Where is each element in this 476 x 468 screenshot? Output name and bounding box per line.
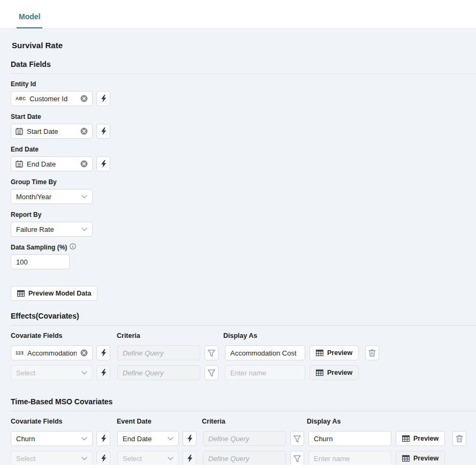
report-by-select[interactable]: Failure Rate xyxy=(11,222,93,237)
data-sampling-input[interactable] xyxy=(11,254,70,269)
lightning-icon xyxy=(101,369,107,376)
preview-button[interactable]: Preview xyxy=(396,431,445,446)
filter-button[interactable] xyxy=(205,345,218,360)
criteria-input[interactable] xyxy=(203,451,286,465)
col-covariate-fields: Covariate Fields xyxy=(11,332,117,339)
end-date-suggest-button[interactable] xyxy=(96,156,110,171)
display-as-input[interactable] xyxy=(308,431,391,446)
end-date-label: End Date xyxy=(11,146,476,153)
chevron-down-icon xyxy=(81,371,87,375)
clear-icon[interactable] xyxy=(80,95,88,102)
col-criteria: Criteria xyxy=(202,418,307,425)
lightning-icon xyxy=(101,127,107,135)
start-date-group: Start Date Start Date xyxy=(11,113,476,139)
end-date-value: End Date xyxy=(27,160,77,168)
col-covariate-fields: Covariate Fields xyxy=(11,418,117,425)
table-icon xyxy=(316,350,323,356)
covariate-field[interactable]: 123 Accommodation ... xyxy=(11,345,93,360)
start-date-label: Start Date xyxy=(11,113,476,120)
funnel-icon xyxy=(293,455,301,462)
display-as-input[interactable] xyxy=(225,365,305,380)
time-based-column-headers: Covariate Fields Event Date Criteria Dis… xyxy=(11,418,476,425)
effects-row-2: Select Preview xyxy=(11,365,476,380)
data-sampling-group: Data Sampling (%) xyxy=(11,244,476,269)
section-effects: Effects(Covariates) xyxy=(11,312,476,326)
tab-model[interactable]: Model xyxy=(18,12,41,28)
covariate-suggest-button[interactable] xyxy=(96,451,110,465)
col-display-as: Display As xyxy=(307,418,341,425)
start-date-suggest-button[interactable] xyxy=(96,124,110,139)
info-icon[interactable] xyxy=(70,243,76,250)
start-date-field[interactable]: Start Date xyxy=(11,124,93,139)
start-date-value: Start Date xyxy=(27,127,77,135)
chevron-down-icon xyxy=(168,457,173,461)
group-time-by-group: Group Time By Month/Year xyxy=(11,178,476,204)
lightning-icon xyxy=(101,435,107,442)
covariate-select[interactable]: Select xyxy=(11,365,93,380)
event-date-select[interactable]: Select xyxy=(117,451,179,465)
preview-button[interactable]: Preview xyxy=(309,365,359,380)
group-time-by-select[interactable]: Month/Year xyxy=(11,189,93,204)
page-title: Survival Rate xyxy=(12,41,476,50)
covariate-select[interactable]: Churn xyxy=(11,431,93,446)
clear-icon[interactable] xyxy=(80,160,88,168)
display-as-input[interactable] xyxy=(308,451,391,465)
lightning-icon xyxy=(101,160,107,168)
number-type-icon: 123 xyxy=(16,350,24,356)
entity-id-field[interactable]: ABC Customer Id xyxy=(11,91,93,106)
covariate-placeholder: Select xyxy=(16,455,35,463)
filter-button[interactable] xyxy=(205,365,218,380)
delete-row-button[interactable] xyxy=(365,345,379,360)
trash-icon xyxy=(456,435,463,442)
covariate-suggest-button[interactable] xyxy=(96,345,110,360)
covariate-placeholder: Select xyxy=(16,369,35,377)
event-date-placeholder: Select xyxy=(123,455,142,463)
clear-icon[interactable] xyxy=(80,127,88,135)
clear-icon[interactable] xyxy=(80,349,88,357)
preview-model-data-button[interactable]: Preview Model Data xyxy=(11,286,97,301)
event-date-suggest-button[interactable] xyxy=(183,451,197,465)
event-date-suggest-button[interactable] xyxy=(183,431,197,446)
entity-id-group: Entity Id ABC Customer Id xyxy=(11,80,476,106)
col-event-date: Event Date xyxy=(117,418,202,425)
display-as-input[interactable] xyxy=(225,345,305,360)
bottom-strip xyxy=(0,465,476,468)
preview-button[interactable]: Preview xyxy=(396,451,445,465)
filter-button[interactable] xyxy=(290,451,304,465)
trash-icon xyxy=(368,349,376,357)
chevron-down-icon xyxy=(81,195,87,199)
tab-bar: Model xyxy=(0,0,476,29)
entity-id-value: Customer Id xyxy=(29,95,77,103)
table-icon xyxy=(402,455,410,462)
delete-row-button[interactable] xyxy=(452,431,466,446)
covariate-suggest-button[interactable] xyxy=(96,431,110,446)
funnel-icon xyxy=(293,435,301,442)
group-time-by-value: Month/Year xyxy=(16,193,51,201)
end-date-field[interactable]: End Date xyxy=(11,156,93,171)
criteria-input[interactable] xyxy=(117,365,200,380)
effects-row-1: 123 Accommodation ... Preview xyxy=(11,345,476,360)
criteria-input[interactable] xyxy=(117,345,200,360)
time-based-row-1: Churn End Date Preview xyxy=(11,431,476,446)
filter-button[interactable] xyxy=(290,431,304,446)
end-date-group: End Date End Date xyxy=(11,146,476,171)
lightning-icon xyxy=(101,349,107,357)
event-date-select[interactable]: End Date xyxy=(117,431,179,446)
table-icon xyxy=(316,369,323,376)
covariate-select[interactable]: Select xyxy=(11,451,93,465)
lightning-icon xyxy=(187,455,193,462)
preview-button[interactable]: Preview xyxy=(309,345,359,360)
covariate-value: Churn xyxy=(16,435,35,443)
lightning-icon xyxy=(101,95,107,102)
report-by-label: Report By xyxy=(11,211,476,218)
covariate-suggest-button[interactable] xyxy=(96,365,110,380)
lightning-icon xyxy=(187,435,193,442)
calendar-icon xyxy=(16,160,23,168)
group-time-by-label: Group Time By xyxy=(11,178,476,186)
calendar-icon xyxy=(16,127,23,135)
section-data-fields: Data Fields xyxy=(11,60,476,74)
covariate-value: Accommodation ... xyxy=(27,349,77,357)
criteria-input[interactable] xyxy=(203,431,286,446)
chevron-down-icon xyxy=(81,228,87,231)
entity-id-suggest-button[interactable] xyxy=(96,91,110,106)
